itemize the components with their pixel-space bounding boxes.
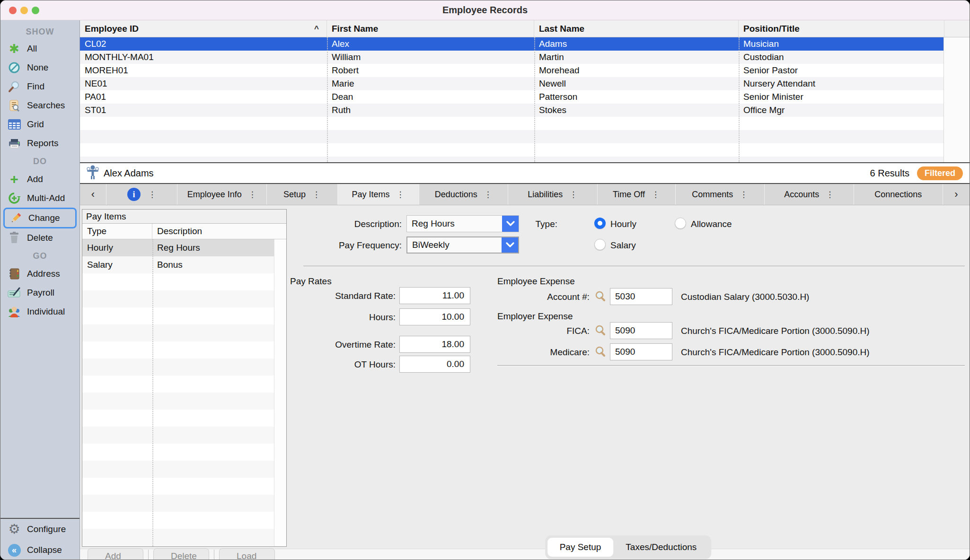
- sidebar-item-individual[interactable]: Individual: [0, 302, 79, 321]
- column-header-type[interactable]: Type: [82, 224, 152, 239]
- fica-account-field[interactable]: 5090: [610, 322, 672, 339]
- column-separator: [327, 37, 328, 162]
- person-icon: [7, 305, 21, 318]
- sidebar-item-payroll[interactable]: Payroll: [0, 283, 79, 302]
- info-icon: i: [127, 188, 141, 201]
- title-bar: Employee Records: [0, 0, 970, 20]
- pay-frequency-label: Pay Frequency:: [287, 240, 402, 251]
- tab-menu-icon[interactable]: ⋮: [248, 190, 256, 200]
- tab-menu-icon[interactable]: ⋮: [740, 190, 748, 200]
- tab-taxes-deductions[interactable]: Taxes/Deductions: [613, 538, 709, 557]
- column-header-employee-id[interactable]: Employee ID ^: [80, 20, 327, 37]
- tab-info[interactable]: i ⋮: [106, 184, 177, 205]
- column-header-description[interactable]: Description: [152, 226, 202, 236]
- hours-field[interactable]: 10.00: [399, 308, 470, 325]
- trash-icon: [7, 231, 21, 245]
- list-item[interactable]: Hourly Reg Hours: [82, 239, 286, 256]
- none-circle-icon: [7, 61, 21, 74]
- plus-icon: +: [7, 173, 21, 186]
- account-number-field[interactable]: 5030: [610, 288, 672, 305]
- tabs-scroll-left-button[interactable]: ‹: [80, 184, 106, 205]
- sidebar-item-grid[interactable]: Grid: [0, 115, 79, 134]
- record-header: Alex Adams 6 Results Filtered: [80, 162, 970, 184]
- overtime-rate-field[interactable]: 18.00: [399, 336, 470, 353]
- chevron-left-icon: ‹: [91, 188, 95, 201]
- load-pay-item-button[interactable]: Load: [219, 548, 275, 560]
- scrollbar-track[interactable]: [274, 239, 286, 546]
- zoom-button[interactable]: [32, 7, 39, 14]
- tab-time-off[interactable]: Time Off⋮: [598, 184, 676, 205]
- sidebar-item-reports[interactable]: Reports: [0, 134, 79, 153]
- scroll-search-icon: [7, 99, 21, 112]
- sidebar-section-do: DO: [0, 153, 79, 170]
- list-item[interactable]: Salary Bonus: [82, 256, 286, 273]
- table-row[interactable]: MONTHLY-MA01 William Martin Custodian: [80, 51, 970, 64]
- tab-menu-icon[interactable]: ⋮: [826, 190, 834, 200]
- description-dropdown[interactable]: Reg Hours: [406, 215, 519, 232]
- sidebar-item-multi-add[interactable]: Multi-Add: [0, 189, 79, 208]
- add-pay-item-button[interactable]: Add: [88, 548, 143, 560]
- tab-connections[interactable]: Connections: [854, 184, 944, 205]
- sidebar-item-none[interactable]: None: [0, 58, 79, 77]
- tab-menu-icon[interactable]: ⋮: [148, 190, 156, 200]
- tab-menu-icon[interactable]: ⋮: [652, 190, 660, 200]
- tab-menu-icon[interactable]: ⋮: [569, 190, 577, 200]
- sort-ascending-icon: ^: [314, 24, 322, 34]
- radio-allowance-label: Allowance: [691, 219, 732, 229]
- standard-rate-field[interactable]: 11.00: [399, 287, 470, 304]
- delete-pay-item-button[interactable]: Delete: [153, 548, 209, 560]
- tab-comments[interactable]: Comments⋮: [676, 184, 765, 205]
- medicare-lookup-icon[interactable]: [593, 345, 607, 361]
- table-row[interactable]: CL02 Alex Adams Musician: [80, 37, 970, 51]
- column-separator: [152, 239, 153, 546]
- tab-menu-icon[interactable]: ⋮: [312, 190, 320, 200]
- sidebar-item-address[interactable]: Address: [0, 264, 79, 283]
- magnifier-icon: [7, 80, 21, 93]
- sidebar-item-delete[interactable]: Delete: [0, 228, 79, 247]
- employee-figure-icon: [87, 165, 99, 181]
- employer-expense-heading: Employer Expense: [497, 311, 573, 322]
- table-row[interactable]: ST01 Ruth Stokes Office Mgr: [80, 104, 970, 117]
- tab-accounts[interactable]: Accounts⋮: [765, 184, 854, 205]
- window-title: Employee Records: [442, 5, 528, 16]
- tab-pay-setup[interactable]: Pay Setup: [547, 538, 614, 557]
- filtered-badge[interactable]: Filtered: [917, 166, 963, 180]
- tabs-scroll-right-button[interactable]: ›: [943, 184, 970, 205]
- fica-lookup-icon[interactable]: [593, 324, 607, 340]
- radio-salary[interactable]: [594, 239, 606, 250]
- minimize-button[interactable]: [20, 7, 28, 14]
- tab-liabilities[interactable]: Liabilities⋮: [508, 184, 598, 205]
- medicare-account-field[interactable]: 5090: [610, 343, 672, 360]
- sidebar-item-add[interactable]: + Add: [0, 170, 79, 189]
- fica-account-description: Church's FICA/Medicare Portion (3000.509…: [681, 326, 870, 336]
- tab-deductions[interactable]: Deductions⋮: [419, 184, 509, 205]
- pay-items-title: Pay Items: [82, 210, 286, 224]
- tab-pay-items[interactable]: Pay Items⋮: [338, 184, 419, 205]
- radio-hourly[interactable]: [594, 218, 606, 229]
- sidebar-item-change[interactable]: Change: [3, 208, 77, 228]
- sidebar-item-all[interactable]: ✱ All: [0, 39, 79, 58]
- table-row[interactable]: PA01 Dean Patterson Senior Minister: [80, 90, 970, 104]
- radio-allowance[interactable]: [675, 218, 686, 229]
- tab-setup[interactable]: Setup⋮: [267, 184, 338, 205]
- ot-hours-field[interactable]: 0.00: [399, 356, 470, 373]
- sidebar-item-configure[interactable]: ⚙ Configure: [0, 519, 79, 540]
- table-row[interactable]: MOREH01 Robert Morehead Senior Pastor: [80, 64, 970, 77]
- pay-frequency-dropdown[interactable]: BiWeekly: [406, 236, 519, 254]
- sidebar-item-searches[interactable]: Searches: [0, 96, 79, 115]
- sidebar-item-collapse[interactable]: « Collapse: [0, 540, 79, 560]
- scrollbar-track[interactable]: [944, 37, 970, 162]
- account-lookup-icon[interactable]: [593, 290, 607, 306]
- sidebar-item-find[interactable]: Find: [0, 77, 79, 96]
- tab-menu-icon[interactable]: ⋮: [397, 190, 405, 200]
- column-header-position[interactable]: Position/Title: [739, 20, 944, 37]
- overtime-rate-label: Overtime Rate:: [287, 340, 396, 350]
- column-header-first-name[interactable]: First Name: [327, 20, 534, 37]
- check-pen-icon: [7, 286, 21, 299]
- traffic-lights: [9, 7, 39, 14]
- tab-employee-info[interactable]: Employee Info⋮: [177, 184, 267, 205]
- close-button[interactable]: [9, 7, 17, 14]
- column-header-last-name[interactable]: Last Name: [534, 20, 739, 37]
- tab-menu-icon[interactable]: ⋮: [484, 190, 492, 200]
- table-row[interactable]: NE01 Marie Newell Nursery Attendant: [80, 77, 970, 90]
